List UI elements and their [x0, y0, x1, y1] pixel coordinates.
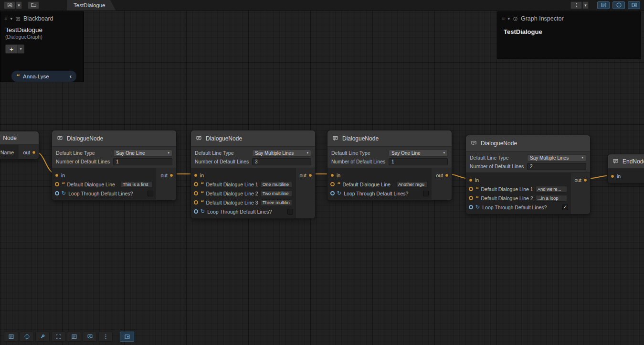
out-port[interactable] — [308, 173, 312, 177]
dialogue-line-input[interactable]: Two multiline — [261, 190, 292, 197]
graph-tab[interactable]: TestDialogue — [67, 0, 116, 11]
dialogue-line-port[interactable] — [194, 182, 198, 186]
num-lines-input[interactable]: 2 — [527, 163, 586, 170]
in-port[interactable] — [330, 173, 334, 177]
dialogue-line-port[interactable] — [330, 182, 335, 186]
blackboard-field-anna-lyse[interactable]: “ Anna-Lyse ‹ — [11, 70, 77, 82]
out-port[interactable] — [445, 173, 449, 177]
dialogue-node-2[interactable]: DialogueNode Default Line Type Say Multi… — [190, 130, 316, 219]
save-dropdown-button[interactable]: ▾ — [16, 1, 22, 9]
frame-icon — [55, 334, 62, 340]
dialogue-line-input[interactable]: Another regu — [396, 181, 428, 188]
node-header[interactable]: DialogueNode — [191, 130, 315, 147]
blackboard-icon — [15, 16, 21, 22]
in-port[interactable] — [611, 174, 614, 178]
node-header[interactable]: DialogueNode — [52, 130, 176, 147]
node-header[interactable]: DialogueNode — [327, 130, 452, 147]
dialogue-node-1[interactable]: DialogueNode Default Line Type Say One L… — [52, 130, 177, 201]
dialogue-line-input[interactable]: And we're... — [536, 186, 567, 193]
loop-port[interactable] — [330, 191, 335, 195]
dialogue-icon — [332, 135, 338, 141]
line-type-dropdown[interactable]: Say Multiple Lines ▾ — [527, 154, 586, 162]
dialogue-icon — [196, 135, 202, 141]
blackboard-button[interactable] — [4, 332, 18, 342]
line-type-dropdown[interactable]: Say Multiple Lines ▾ — [252, 150, 311, 157]
dialogue-line-port[interactable] — [55, 182, 59, 186]
loop-checkbox[interactable] — [423, 191, 429, 196]
blackboard-field-label: Anna-Lyse — [23, 74, 66, 79]
graph-inspector-header[interactable]: ≡ ▾ Graph Inspector — [498, 12, 641, 24]
dialogue-line-input[interactable]: ...in a loop — [536, 195, 567, 202]
node-header[interactable]: EndNode — [608, 154, 644, 169]
node-title: DialogueNode — [342, 135, 379, 142]
dialogue-node-4[interactable]: DialogueNode Default Line Type Say Multi… — [465, 135, 591, 215]
loop-port[interactable] — [469, 205, 473, 209]
plus-icon: + — [10, 45, 13, 53]
dialogue-node-3[interactable]: DialogueNode Default Line Type Say One L… — [327, 130, 452, 201]
loop-port[interactable] — [194, 209, 198, 214]
in-port[interactable] — [469, 178, 473, 182]
chevron-down-icon: ▾ — [584, 3, 587, 8]
dialogue-line-input[interactable]: This is a first — [121, 181, 152, 188]
more-dropdown-button[interactable]: ▾ — [582, 1, 589, 9]
collapse-left-icon[interactable]: ‹ — [70, 73, 72, 80]
out-port[interactable] — [169, 173, 173, 177]
line-type-dropdown[interactable]: Say One Line ▾ — [113, 150, 172, 157]
blackboard-add-row: + ▾ — [0, 43, 84, 55]
more-options-button[interactable] — [570, 1, 582, 9]
in-port[interactable] — [194, 173, 198, 177]
loop-icon: ↻ — [475, 205, 480, 210]
open-asset-button[interactable] — [28, 1, 39, 9]
add-property-dropdown[interactable]: ▾ — [18, 44, 24, 54]
loop-checkbox[interactable] — [287, 209, 293, 215]
end-node[interactable]: EndNode in — [607, 154, 644, 183]
out-port[interactable] — [583, 178, 587, 182]
save-button[interactable] — [4, 1, 15, 9]
add-property-button[interactable]: + — [5, 44, 18, 54]
dialogue-line-input[interactable]: One multiline — [261, 181, 292, 188]
minimap-toggle-button[interactable] — [628, 1, 640, 9]
in-port-label: in — [61, 172, 65, 178]
menu-icon[interactable]: ≡ — [502, 16, 505, 22]
blackboard-header[interactable]: ≡ ▾ Blackboard — [0, 12, 84, 24]
quote-icon: “ — [201, 182, 204, 186]
speaker-node-partial[interactable]: Node kerName out — [0, 131, 39, 160]
foldout-icon[interactable]: ▾ — [507, 16, 510, 21]
dialogue-line-port[interactable] — [194, 200, 198, 205]
dialogue-line-label: Default Dialogue Line 2 — [206, 191, 258, 196]
dialogue-line-port[interactable] — [469, 196, 473, 200]
minimap-button[interactable] — [120, 332, 134, 342]
blackboard-toggle-button[interactable] — [597, 1, 610, 9]
quote-icon: “ — [475, 187, 479, 191]
line-type-value: Say Multiple Lines — [255, 151, 306, 156]
dialogue-line-input[interactable]: Three multilin — [261, 199, 292, 206]
dialogue-line-port[interactable] — [469, 187, 473, 191]
node-header[interactable]: Node — [0, 131, 39, 145]
blackboard-panel: ≡ ▾ Blackboard TestDialogue (DialogueGra… — [0, 11, 84, 82]
node-header[interactable]: DialogueNode — [466, 135, 590, 151]
inspector-toggle-button[interactable] — [612, 1, 625, 9]
loop-checkbox[interactable] — [148, 191, 153, 196]
dialogue-line-label: Default Dialogue Line 1 — [481, 186, 533, 192]
frame-button[interactable] — [51, 332, 65, 342]
out-port[interactable] — [32, 151, 36, 154]
inspector-button[interactable] — [20, 332, 34, 342]
num-lines-input[interactable]: 1 — [113, 158, 172, 165]
in-port-label: in — [475, 177, 479, 183]
more-button[interactable] — [98, 332, 113, 342]
loop-port[interactable] — [55, 191, 59, 195]
blackboard-graph-name: TestDialogue — [0, 24, 84, 33]
dialogue-button[interactable] — [83, 332, 97, 342]
line-type-dropdown[interactable]: Say One Line ▾ — [389, 150, 448, 157]
in-port[interactable] — [55, 173, 59, 177]
loop-checkbox[interactable]: ✓ — [562, 205, 568, 210]
num-lines-input[interactable]: 1 — [389, 158, 448, 165]
dialogue-line-port[interactable] — [194, 191, 198, 195]
menu-icon[interactable]: ≡ — [4, 16, 7, 22]
tools-button[interactable] — [35, 332, 50, 342]
num-lines-input[interactable]: 3 — [252, 158, 311, 165]
foldout-icon[interactable]: ▾ — [10, 16, 12, 21]
panels-button[interactable] — [67, 332, 81, 342]
line-type-value: Say One Line — [116, 151, 168, 156]
loop-label: Loop Through Default Lines? — [344, 191, 420, 196]
